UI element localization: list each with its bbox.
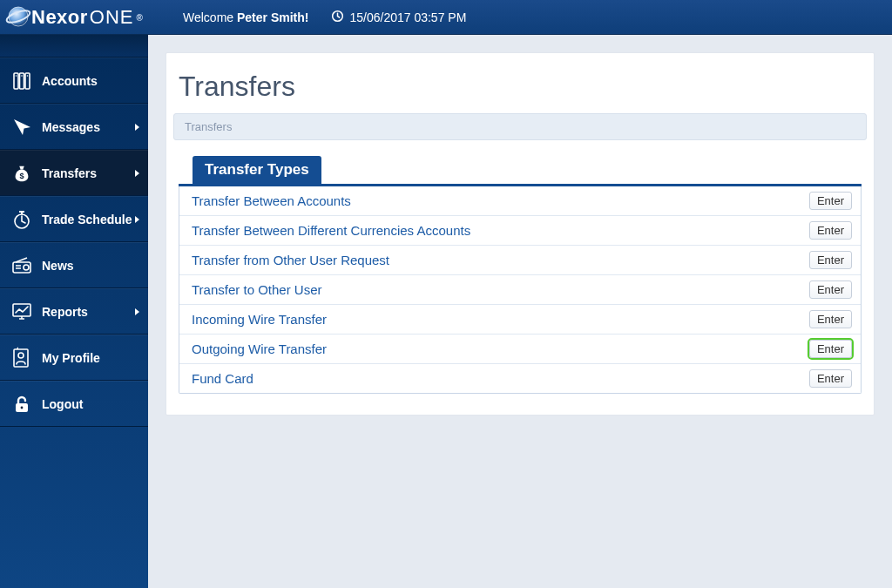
lock-icon <box>7 389 37 419</box>
enter-button[interactable]: Enter <box>809 251 852 269</box>
chevron-right-icon <box>134 169 141 178</box>
tab-strip: Transfer Types <box>179 156 862 186</box>
sidebar-item-label: Messages <box>42 120 100 134</box>
svg-point-8 <box>27 75 29 77</box>
list-item: Transfer Between Different Currencies Ac… <box>179 216 861 246</box>
clock-icon <box>331 10 344 25</box>
svg-text:$: $ <box>19 171 24 179</box>
svg-rect-11 <box>13 262 30 273</box>
sidebar-item-label: Accounts <box>42 74 98 88</box>
brand-text-main: Nexor <box>31 6 88 29</box>
enter-button[interactable]: Enter <box>809 310 852 328</box>
radio-icon <box>7 251 37 280</box>
sidebar-item-label: Trade Schedule <box>42 213 132 226</box>
sidebar: AccountsMessages$TransfersTrade Schedule… <box>0 35 148 588</box>
cursor-icon <box>7 112 37 142</box>
enter-button[interactable]: Enter <box>809 221 852 240</box>
brand-logo[interactable]: NexorONE® <box>0 0 148 35</box>
sidebar-item-transfers[interactable]: $Transfers <box>0 150 148 196</box>
stopwatch-icon <box>7 205 37 234</box>
enter-button[interactable]: Enter <box>809 280 852 299</box>
enter-button[interactable]: Enter <box>809 340 852 358</box>
transfer-type-link[interactable]: Incoming Wire Transfer <box>192 312 327 327</box>
welcome-prefix: Welcome <box>183 10 237 24</box>
sidebar-item-label: My Profile <box>42 351 100 365</box>
transfer-type-link[interactable]: Transfer Between Accounts <box>192 193 351 208</box>
svg-point-6 <box>16 75 17 77</box>
app-header: NexorONE® Welcome Peter Smith! 15/06/201… <box>0 0 892 35</box>
list-item: Fund CardEnter <box>179 364 861 393</box>
sidebar-item-label: Reports <box>42 305 88 319</box>
moneybag-icon: $ <box>7 159 37 188</box>
profile-icon <box>7 343 37 373</box>
sidebar-item-reports[interactable]: Reports <box>0 288 148 335</box>
list-item: Transfer to Other UserEnter <box>179 275 861 305</box>
enter-button[interactable]: Enter <box>809 369 852 388</box>
breadcrumb: Transfers <box>173 113 867 140</box>
sidebar-item-label: Transfers <box>42 166 97 180</box>
sidebar-item-news[interactable]: News <box>0 242 148 288</box>
sidebar-item-trade-schedule[interactable]: Trade Schedule <box>0 196 148 242</box>
tab-area: Transfer Types Transfer Between Accounts… <box>179 156 862 394</box>
servers-icon <box>7 66 37 96</box>
tab-transfer-types[interactable]: Transfer Types <box>193 156 321 184</box>
sidebar-item-messages[interactable]: Messages <box>0 104 148 150</box>
list-item: Transfer Between AccountsEnter <box>179 186 861 216</box>
svg-point-15 <box>18 353 24 358</box>
svg-point-12 <box>24 265 29 270</box>
globe-icon <box>5 3 31 32</box>
chevron-right-icon <box>134 123 141 132</box>
chevron-right-icon <box>134 215 141 224</box>
sidebar-item-my-profile[interactable]: My Profile <box>0 335 148 381</box>
content-panel: Transfers Transfers Transfer Types Trans… <box>166 52 875 416</box>
welcome-text: Welcome Peter Smith! <box>183 10 308 24</box>
header-datetime: 15/06/2017 03:57 PM <box>331 10 466 25</box>
transfer-type-link[interactable]: Transfer from Other User Request <box>192 253 389 267</box>
transfer-type-link[interactable]: Fund Card <box>192 371 253 386</box>
brand-text-suffix: ONE <box>90 6 134 29</box>
chevron-right-icon <box>134 308 141 316</box>
svg-point-17 <box>21 406 24 409</box>
sidebar-spacer <box>0 35 148 57</box>
sidebar-item-label: News <box>42 259 74 273</box>
list-item: Outgoing Wire TransferEnter <box>179 335 861 364</box>
enter-button[interactable]: Enter <box>809 192 852 210</box>
svg-point-7 <box>21 75 23 77</box>
list-item: Incoming Wire TransferEnter <box>179 305 861 335</box>
welcome-user-name: Peter Smith! <box>237 10 308 24</box>
sidebar-item-label: Logout <box>42 397 83 411</box>
sidebar-item-logout[interactable]: Logout <box>0 381 148 427</box>
transfer-type-link[interactable]: Outgoing Wire Transfer <box>192 341 327 356</box>
list-item: Transfer from Other User RequestEnter <box>179 246 861 275</box>
page-title: Transfers <box>166 53 874 113</box>
datetime-value: 15/06/2017 03:57 PM <box>349 10 466 24</box>
transfer-type-link[interactable]: Transfer Between Different Currencies Ac… <box>192 223 470 238</box>
brand-text: NexorONE® <box>31 6 143 29</box>
brand-registered: ® <box>137 13 144 23</box>
sidebar-item-accounts[interactable]: Accounts <box>0 57 148 104</box>
svg-rect-13 <box>13 304 30 316</box>
transfer-type-link[interactable]: Transfer to Other User <box>192 282 322 297</box>
main-area: Transfers Transfers Transfer Types Trans… <box>148 35 892 588</box>
transfer-types-list: Transfer Between AccountsEnterTransfer B… <box>179 186 862 394</box>
chart-icon <box>7 297 37 327</box>
